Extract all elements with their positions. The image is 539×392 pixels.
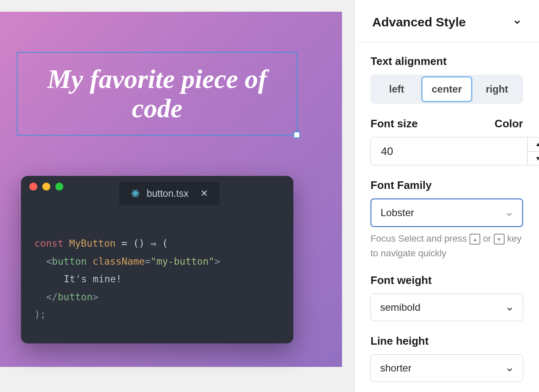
traffic-lights — [29, 183, 63, 191]
title-text[interactable]: My favorite piece of code — [18, 64, 297, 124]
line-height-select[interactable]: shorter — [371, 354, 523, 382]
editor-tab[interactable]: button.tsx ✕ — [119, 182, 220, 205]
close-light-icon — [29, 183, 37, 191]
field-line-height: Line height shorter — [371, 335, 523, 382]
window-header: button.tsx ✕ — [21, 176, 293, 197]
section-body: Text alignment left center right Font si… — [355, 42, 539, 392]
label-line-height: Line height — [371, 335, 523, 348]
maximize-light-icon — [55, 183, 63, 191]
close-tab-icon[interactable]: ✕ — [200, 188, 208, 199]
section-title: Advanced Style — [372, 15, 466, 29]
code-line: <button className="my-button"> — [34, 253, 280, 271]
selected-text-element[interactable]: My favorite piece of code — [17, 52, 298, 136]
react-icon — [131, 189, 140, 198]
canvas-area: My favorite piece of code — [0, 0, 354, 377]
design-canvas[interactable]: My favorite piece of code — [0, 12, 342, 367]
resize-handle[interactable] — [293, 132, 300, 138]
label-font-family: Font Family — [371, 179, 523, 192]
chevron-down-icon — [506, 304, 513, 311]
svg-point-0 — [135, 193, 136, 194]
label-font-size: Font size — [371, 117, 485, 130]
align-center-button[interactable]: center — [421, 76, 473, 102]
font-family-value: Lobster — [381, 207, 414, 219]
font-family-hint: Focus Select and press ▴ or ▾ key to nav… — [371, 231, 523, 260]
field-text-alignment: Text alignment left center right — [371, 55, 523, 104]
align-right-button[interactable]: right — [472, 76, 521, 102]
chevron-down-icon — [513, 18, 521, 26]
font-size-stepper[interactable]: ▲ ▼ — [371, 137, 539, 165]
label-text-alignment: Text alignment — [371, 55, 523, 68]
line-height-value: shorter — [380, 362, 412, 374]
section-header-advanced-style[interactable]: Advanced Style — [355, 0, 539, 42]
font-weight-value: semibold — [380, 302, 420, 313]
tab-label: button.tsx — [147, 188, 189, 199]
code-line: </button> — [34, 288, 280, 306]
code-line: It's mine! — [34, 270, 280, 288]
font-size-input[interactable] — [371, 137, 527, 165]
code-body: const MyButton = () ⇒ ( <button classNam… — [21, 197, 293, 337]
chevron-down-icon — [506, 364, 513, 372]
code-window: button.tsx ✕ const MyButton = () ⇒ ( <bu… — [21, 176, 293, 343]
font-weight-select[interactable]: semibold — [371, 294, 523, 321]
field-font-size-color: Font size Color ▲ ▼ — [371, 117, 523, 165]
label-color: Color — [495, 117, 523, 130]
field-font-family: Font Family Lobster Focus Select and pre… — [371, 179, 523, 260]
field-font-weight: Font weight semibold — [371, 274, 523, 321]
minimize-light-icon — [42, 183, 50, 191]
code-line: const MyButton = () ⇒ ( — [34, 235, 280, 253]
arrow-down-key-icon: ▾ — [494, 234, 505, 245]
code-line: ); — [34, 306, 280, 324]
properties-sidebar: Advanced Style Text alignment left cente… — [354, 0, 539, 392]
arrow-up-key-icon: ▴ — [469, 234, 480, 245]
font-size-increment[interactable]: ▲ — [528, 137, 539, 152]
align-left-button[interactable]: left — [372, 76, 421, 102]
font-family-select[interactable]: Lobster — [371, 199, 523, 227]
label-font-weight: Font weight — [371, 274, 523, 287]
font-size-decrement[interactable]: ▼ — [528, 152, 539, 165]
text-alignment-group: left center right — [371, 75, 523, 104]
chevron-down-icon — [505, 209, 513, 217]
